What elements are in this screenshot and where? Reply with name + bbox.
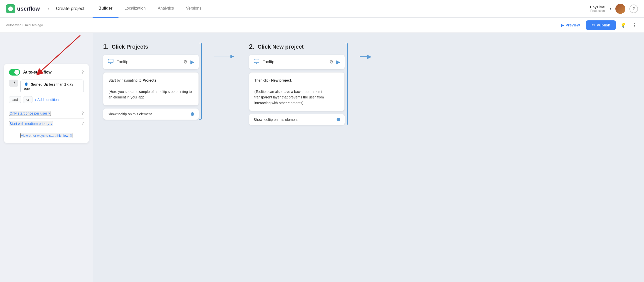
flow-step-2: 2. Click New project Tooltip ⚙ ▶ T [249, 43, 345, 125]
only-start-chevron-icon: ∨ [48, 112, 50, 115]
tab-analytics[interactable]: Analytics [152, 0, 180, 18]
or-button[interactable]: or [23, 96, 33, 103]
play-icon-1[interactable]: ▶ [190, 59, 194, 65]
canvas-inner: 1. Click Projects Tooltip ⚙ ▶ Star [103, 43, 634, 125]
nav-tabs: Builder Localization Analytics Versions [93, 0, 208, 18]
top-nav: userflow ← Create project Builder Locali… [0, 0, 644, 18]
logo-icon [6, 4, 15, 13]
workspace-chevron-icon[interactable]: ▾ [610, 7, 611, 11]
workspace-name: TinyTime [589, 5, 605, 9]
step1-tooltip-label: Tooltip [117, 60, 180, 64]
priority-help-icon[interactable]: ? [82, 121, 84, 126]
step1-tooltip-bar: Tooltip ⚙ ▶ [103, 55, 199, 69]
step1-card: Start by navigating to Projects. (Here y… [103, 72, 199, 105]
main-content: Auto-start flow ? If 👤 Signed Up less th… [0, 33, 644, 282]
workspace-info: TinyTime Production [589, 5, 605, 13]
step2-card: Then click New project. (Tooltips can al… [249, 72, 345, 111]
tooltip-svg-1 [108, 58, 114, 64]
autostart-help-icon[interactable]: ? [82, 70, 84, 75]
user-icon: 👤 [24, 82, 28, 86]
connector-dot-1 [191, 112, 194, 116]
avatar[interactable] [615, 4, 625, 14]
left-panel: Auto-start flow ? If 👤 Signed Up less th… [0, 33, 93, 282]
step1-header: 1. Click Projects [103, 43, 199, 51]
workspace-env: Production [590, 9, 605, 13]
svg-rect-3 [254, 59, 259, 63]
svg-rect-2 [108, 59, 113, 63]
autostart-label-text: Auto-start flow [23, 70, 52, 75]
flow-canvas: 1. Click Projects Tooltip ⚙ ▶ Star [93, 33, 644, 282]
only-start-label: Only start once per user [10, 111, 47, 115]
play-icon-2[interactable]: ▶ [336, 59, 340, 65]
only-start-row: Only start once per user ∨ ? [9, 108, 84, 118]
flow-step-1: 1. Click Projects Tooltip ⚙ ▶ Star [103, 43, 199, 120]
tab-versions[interactable]: Versions [180, 0, 207, 18]
nav-right: TinyTime Production ▾ ? [589, 4, 638, 14]
toggle-thumb [14, 70, 19, 75]
only-start-help-icon[interactable]: ? [82, 111, 84, 116]
view-other-button[interactable]: View other ways to start this flow ⧉ [20, 133, 72, 138]
tooltip-icon-1 [108, 58, 114, 66]
logo-svg [8, 6, 13, 12]
condition-middle: less than [49, 82, 64, 86]
step-connector: ▶ [214, 53, 234, 59]
priority-row: Start with medium priority ∨ ? [9, 118, 84, 129]
view-other-label: View other ways to start this flow [21, 134, 68, 137]
right-edge-line [360, 56, 367, 57]
more-button[interactable]: ⋮ [630, 21, 638, 29]
condition-row: If 👤 Signed Up less than 1 day ago [9, 80, 84, 93]
right-bracket-2 [345, 43, 348, 125]
external-link-icon: ⧉ [70, 133, 72, 137]
lightbulb-button[interactable]: 💡 [619, 21, 627, 29]
step1-show-tooltip-label: Show tooltip on this element [108, 112, 152, 116]
and-button[interactable]: and [9, 96, 21, 103]
toolbar: Autosaved 3 minutes ago ▶ Preview ✉ Publ… [0, 18, 644, 33]
toolbar-right: ▶ Preview ✉ Publish 💡 ⋮ [558, 20, 638, 30]
add-condition-button[interactable]: + Add condition [34, 98, 59, 102]
back-button[interactable]: ← [45, 5, 54, 13]
condition-value: 1 day [64, 82, 73, 86]
autosaved-label: Autosaved 3 minutes ago [6, 23, 43, 27]
toggle-label: Auto-start flow [9, 69, 52, 76]
autostart-card: Auto-start flow ? If 👤 Signed Up less th… [4, 64, 89, 143]
condition-actions: and or + Add condition [9, 96, 84, 103]
priority-chevron-icon: ∨ [50, 122, 53, 125]
logo-text: userflow [17, 6, 40, 12]
help-button[interactable]: ? [629, 5, 638, 13]
condition-box[interactable]: 👤 Signed Up less than 1 day ago [20, 80, 84, 93]
signed-up-text: Signed Up [31, 82, 48, 86]
send-icon: ✉ [591, 23, 595, 27]
publish-button[interactable]: ✉ Publish [586, 20, 616, 30]
tooltip-svg-2 [254, 58, 260, 64]
step1-show-tooltip[interactable]: Show tooltip on this element [103, 109, 199, 120]
preview-button[interactable]: ▶ Preview [558, 21, 583, 29]
tab-builder[interactable]: Builder [93, 0, 118, 18]
gear-icon-2[interactable]: ⚙ [329, 59, 333, 65]
tooltip-icon-2 [254, 58, 260, 66]
priority-button[interactable]: Start with medium priority ∨ [9, 121, 53, 126]
step2-tooltip-label: Tooltip [263, 60, 326, 64]
step1-number: 1. [103, 43, 109, 51]
step2-show-tooltip-label: Show tooltip on this element [254, 118, 298, 122]
publish-label: Publish [597, 23, 610, 27]
step2-title: Click New project [258, 44, 304, 50]
preview-label: Preview [566, 23, 580, 27]
right-bracket-1 [199, 43, 202, 120]
step2-show-tooltip[interactable]: Show tooltip on this element [249, 114, 345, 125]
right-edge-connector: ▶ [360, 53, 372, 60]
connector-arrow-icon: ▶ [230, 53, 234, 59]
view-other-row: View other ways to start this flow ⧉ [9, 130, 84, 138]
step1-title: Click Projects [112, 44, 148, 50]
step2-tooltip-bar: Tooltip ⚙ ▶ [249, 55, 345, 69]
gear-icon-1[interactable]: ⚙ [183, 59, 187, 65]
project-title: Create project [56, 6, 84, 11]
tab-localization[interactable]: Localization [118, 0, 152, 18]
logo-area: userflow [6, 4, 40, 13]
step2-number: 2. [249, 43, 255, 51]
only-start-button[interactable]: Only start once per user ∨ [9, 111, 51, 116]
avatar-image [615, 4, 625, 14]
priority-label: Start with medium priority [10, 122, 49, 126]
autostart-toggle[interactable] [9, 69, 20, 76]
connector-line [214, 56, 231, 56]
connector-dot-2 [337, 118, 340, 121]
